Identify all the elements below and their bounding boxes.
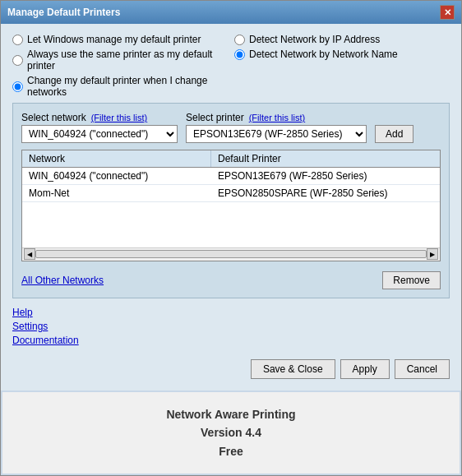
printer-dropdown[interactable]: EPSON13E679 (WF-2850 Series) bbox=[186, 125, 367, 143]
table-cell-network-1: WIN_604924 ("connected") bbox=[22, 168, 211, 184]
radio-input-5[interactable] bbox=[234, 49, 245, 60]
scroll-right-button[interactable]: ▶ bbox=[427, 248, 438, 260]
printer-select-group: Select printer (Filter this list) EPSON1… bbox=[186, 112, 367, 143]
radio-options-row: Let Windows manage my default printer Al… bbox=[12, 34, 450, 98]
footer: Network Aware Printing Version 4.4 Free bbox=[1, 391, 461, 475]
table-cell-network-2: Mom-Net bbox=[22, 185, 211, 201]
col1-header: Network bbox=[22, 150, 211, 167]
radio-item-2[interactable]: Always use the same printer as my defaul… bbox=[12, 49, 228, 72]
documentation-link[interactable]: Documentation bbox=[12, 335, 450, 346]
table-cell-printer-2: EPSON2850SPARE (WF-2850 Series) bbox=[211, 185, 440, 201]
manage-printers-window: Manage Default Printers ✕ Let Windows ma… bbox=[0, 0, 462, 476]
table-header: Network Default Printer bbox=[22, 150, 440, 168]
apply-button[interactable]: Apply bbox=[340, 359, 390, 379]
network-label-row: Select network (Filter this list) bbox=[21, 112, 178, 123]
table-cell-printer-1: EPSON13E679 (WF-2850 Series) bbox=[211, 168, 440, 184]
radio-label-2: Always use the same printer as my defaul… bbox=[27, 49, 228, 72]
select-network-label: Select network bbox=[21, 112, 86, 123]
all-other-networks-link[interactable]: All Other Networks bbox=[21, 275, 104, 286]
cancel-button[interactable]: Cancel bbox=[395, 359, 450, 379]
radio-label-1: Let Windows manage my default printer bbox=[27, 34, 201, 45]
footer-line3: Free bbox=[2, 442, 460, 460]
network-section: Select network (Filter this list) WIN_60… bbox=[12, 103, 450, 298]
radio-input-4[interactable] bbox=[234, 35, 245, 45]
radio-input-2[interactable] bbox=[12, 55, 23, 66]
action-row: Save & Close Apply Cancel bbox=[12, 354, 450, 384]
col2-header: Default Printer bbox=[211, 150, 440, 167]
main-content: Let Windows manage my default printer Al… bbox=[1, 24, 461, 391]
scroll-left-button[interactable]: ◀ bbox=[24, 248, 35, 260]
radio-label-3: Change my default printer when I change … bbox=[27, 75, 228, 98]
save-close-button[interactable]: Save & Close bbox=[251, 359, 335, 379]
radio-input-1[interactable] bbox=[12, 35, 23, 45]
title-bar: Manage Default Printers ✕ bbox=[1, 1, 461, 24]
radio-label-5: Detect Network by Network Name bbox=[249, 49, 398, 60]
window-title: Manage Default Printers bbox=[7, 7, 120, 18]
radio-label-4: Detect Network by IP Address bbox=[249, 34, 380, 45]
radio-input-3[interactable] bbox=[12, 81, 23, 92]
scrollbar-track[interactable] bbox=[35, 250, 427, 258]
left-radio-col: Let Windows manage my default printer Al… bbox=[12, 34, 228, 98]
horizontal-scrollbar[interactable]: ◀ ▶ bbox=[22, 247, 440, 261]
bottom-table-row: All Other Networks Remove bbox=[21, 271, 441, 289]
network-dropdown[interactable]: WIN_604924 ("connected") bbox=[21, 125, 178, 143]
filter-printer-link[interactable]: (Filter this list) bbox=[249, 113, 305, 122]
footer-line2: Version 4.4 bbox=[2, 423, 460, 441]
select-printer-label: Select printer bbox=[186, 112, 244, 123]
radio-item-4[interactable]: Detect Network by IP Address bbox=[234, 34, 450, 45]
table-row[interactable]: WIN_604924 ("connected") EPSON13E679 (WF… bbox=[22, 168, 440, 185]
settings-link[interactable]: Settings bbox=[12, 321, 450, 332]
table-row[interactable]: Mom-Net EPSON2850SPARE (WF-2850 Series) bbox=[22, 185, 440, 202]
radio-item-1[interactable]: Let Windows manage my default printer bbox=[12, 34, 228, 45]
printer-table: Network Default Printer WIN_604924 ("con… bbox=[21, 150, 441, 261]
help-link[interactable]: Help bbox=[12, 307, 450, 318]
radio-item-3[interactable]: Change my default printer when I change … bbox=[12, 75, 228, 98]
footer-text: Network Aware Printing Version 4.4 Free bbox=[2, 405, 460, 460]
remove-button[interactable]: Remove bbox=[382, 271, 441, 289]
network-select-group: Select network (Filter this list) WIN_60… bbox=[21, 112, 178, 143]
right-radio-col: Detect Network by IP Address Detect Netw… bbox=[234, 34, 450, 98]
close-button[interactable]: ✕ bbox=[440, 5, 455, 20]
links-section: Help Settings Documentation bbox=[12, 303, 450, 349]
select-row: Select network (Filter this list) WIN_60… bbox=[21, 112, 441, 143]
radio-item-5[interactable]: Detect Network by Network Name bbox=[234, 49, 450, 60]
printer-label-row: Select printer (Filter this list) bbox=[186, 112, 367, 123]
filter-network-link[interactable]: (Filter this list) bbox=[91, 113, 147, 122]
footer-line1: Network Aware Printing bbox=[2, 405, 460, 423]
table-body: WIN_604924 ("connected") EPSON13E679 (WF… bbox=[22, 168, 440, 247]
add-button[interactable]: Add bbox=[375, 125, 413, 143]
